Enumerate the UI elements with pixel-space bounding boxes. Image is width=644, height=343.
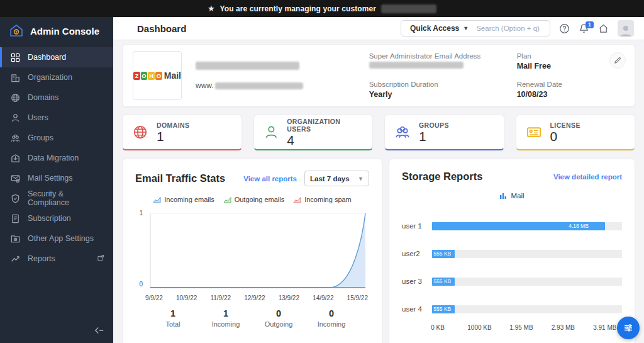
date-range-select[interactable]: Last 7 days ▼	[304, 171, 369, 186]
storage-axis-tick: 1000 KB	[467, 324, 491, 331]
search-input[interactable]	[476, 25, 545, 32]
storage-row-user2: user2 555 KB	[402, 240, 622, 267]
storage-bar-track: 555 KB	[432, 278, 622, 286]
y-tick-1: 1	[139, 210, 143, 216]
notifications-button[interactable]: 1	[579, 23, 589, 34]
chevron-down-icon: ▼	[463, 25, 469, 31]
reports-trend-icon	[11, 254, 20, 264]
sidebar-nav: Dashboard Organization Domains Users	[0, 47, 113, 269]
shield-check-icon	[11, 194, 20, 203]
stat-card-groups[interactable]: GROUPS 1	[384, 115, 504, 150]
summary-incoming-spam: 0 Incoming	[305, 308, 358, 328]
stat-card-domains[interactable]: DOMAINS 1	[122, 115, 242, 150]
sidebar-item-label: Dashboard	[28, 53, 66, 62]
legend-incoming-spam: Incoming spam	[293, 196, 352, 203]
global-search[interactable]: Quick Access ▼	[401, 20, 550, 37]
mini-area-icon-blue	[153, 196, 161, 203]
subscription-icon	[11, 214, 20, 223]
sidebar-item-label: Data Migration	[28, 154, 79, 162]
dashboard-content: Z O H O Mail www. Super Administrator Em…	[113, 40, 644, 343]
sidebar-item-groups[interactable]: Groups	[0, 128, 113, 148]
sidebar-item-label: Reports	[28, 254, 55, 263]
storage-bar[interactable]: 4.18 MB	[432, 222, 605, 230]
folder-gear-icon	[11, 234, 20, 244]
storage-row-user1: user 1 4.18 MB	[402, 212, 622, 240]
summary-incoming: 1 Incoming	[199, 308, 252, 328]
traffic-x-tick: 12/9/22	[244, 295, 265, 301]
zoho-letter-h: H	[148, 72, 155, 80]
sidebar-item-domains[interactable]: Domains	[0, 87, 113, 108]
sidebar-item-label: Security & Compliance	[28, 189, 104, 207]
sidebar-item-organization[interactable]: Organization	[0, 67, 113, 87]
admin-console-logo[interactable]: Admin Console	[0, 17, 113, 46]
storage-bar[interactable]: 555 KB	[432, 305, 455, 313]
quick-access-dropdown[interactable]: Quick Access	[410, 24, 459, 33]
traffic-x-axis-labels: 9/9/2210/9/2211/9/2212/9/2213/9/2214/9/2…	[145, 295, 368, 301]
external-link-icon	[97, 254, 104, 264]
sliders-icon	[623, 323, 633, 333]
avatar-person-icon	[619, 24, 633, 37]
storage-reports-panel: Storage Reports View detailed report Mai…	[389, 159, 635, 343]
user-avatar[interactable]	[618, 20, 634, 37]
view-all-reports-link[interactable]: View all reports	[243, 175, 297, 183]
storage-row-user4: user 4 555 KB	[402, 295, 622, 323]
zoho-mail-wordmark: Mail	[164, 70, 181, 81]
org-name-redacted	[196, 62, 299, 70]
sidebar-item-reports[interactable]: Reports	[0, 249, 113, 269]
mini-area-icon-green	[223, 196, 231, 203]
sidebar-item-label: Subscription	[28, 214, 71, 223]
storage-bar[interactable]: 555 KB	[432, 250, 455, 258]
pencil-icon	[614, 57, 621, 64]
email-traffic-panel: Email Traffic Stats View all reports Las…	[122, 159, 382, 343]
edit-org-button[interactable]	[609, 52, 626, 69]
traffic-chart: 1 0	[135, 208, 369, 293]
traffic-x-tick: 15/9/22	[347, 295, 368, 301]
traffic-legend: Incoming emails Outgoing emails Incoming…	[135, 196, 369, 203]
legend-incoming-emails: Incoming emails	[153, 196, 214, 203]
traffic-x-tick: 13/9/22	[279, 295, 299, 301]
storage-row-user3: user 3 555 KB	[402, 267, 622, 295]
stat-card-license[interactable]: LICENSE 0	[516, 115, 636, 150]
sidebar-item-security-compliance[interactable]: Security & Compliance	[0, 188, 113, 208]
home-button[interactable]	[598, 23, 609, 34]
summary-outgoing: 0 Outgoing	[252, 308, 305, 328]
stat-card-organization-users[interactable]: ORGANIZATION USERS 4	[253, 115, 374, 150]
traffic-summary: 1 Total 1 Incoming 0 Outgoing 0 Incoming	[135, 308, 369, 328]
storage-bar[interactable]: 555 KB	[432, 278, 455, 286]
storage-bar-track: 4.18 MB	[432, 222, 622, 230]
groups-icon	[11, 133, 20, 143]
sidebar-item-data-migration[interactable]: Data Migration	[0, 148, 113, 168]
summary-total: 1 Total	[147, 308, 199, 328]
sidebar-item-other-app-settings[interactable]: Other App Settings	[0, 228, 113, 249]
storage-axis-tick: 1.95 MB	[509, 324, 533, 331]
traffic-plot-area	[145, 208, 369, 293]
sidebar-item-subscription[interactable]: Subscription	[0, 208, 113, 228]
storage-bar-track: 555 KB	[432, 250, 622, 258]
data-migration-icon	[11, 154, 20, 163]
star-icon: ★	[208, 4, 215, 13]
dashboard-panels: Email Traffic Stats View all reports Las…	[122, 159, 635, 343]
page-header: Dashboard Quick Access ▼ 1	[113, 17, 644, 40]
sidebar-collapse-icon[interactable]	[94, 326, 104, 337]
sidebar-item-label: Users	[28, 113, 48, 122]
managed-customer-message: You are currently managing your customer	[220, 4, 377, 13]
storage-reports-title: Storage Reports	[402, 171, 482, 183]
domains-globe-icon	[133, 125, 148, 140]
sidebar-item-mail-settings[interactable]: Mail Settings	[0, 168, 113, 188]
org-website-redacted	[215, 82, 303, 89]
storage-filter-fab[interactable]	[617, 317, 640, 339]
zoho-mail-logo: Z O H O Mail	[133, 51, 182, 100]
sidebar-item-label: Groups	[28, 133, 53, 142]
help-button[interactable]	[559, 23, 570, 34]
sidebar-item-users[interactable]: Users	[0, 108, 113, 128]
organization-icon	[11, 73, 20, 82]
traffic-x-tick: 9/9/22	[145, 295, 163, 301]
storage-x-axis: 0 KB 1000 KB 1.95 MB 2.93 MB 3.91 MB	[432, 324, 622, 333]
page-title: Dashboard	[137, 23, 186, 34]
zoho-letter-o2: O	[155, 72, 162, 80]
field-super-admin-email: Super Administrator Email Address	[369, 52, 517, 70]
view-detailed-report-link[interactable]: View detailed report	[553, 173, 622, 181]
traffic-x-tick: 10/9/22	[176, 295, 197, 301]
storage-legend-label: Mail	[511, 192, 524, 200]
sidebar-item-dashboard[interactable]: Dashboard	[0, 47, 113, 67]
